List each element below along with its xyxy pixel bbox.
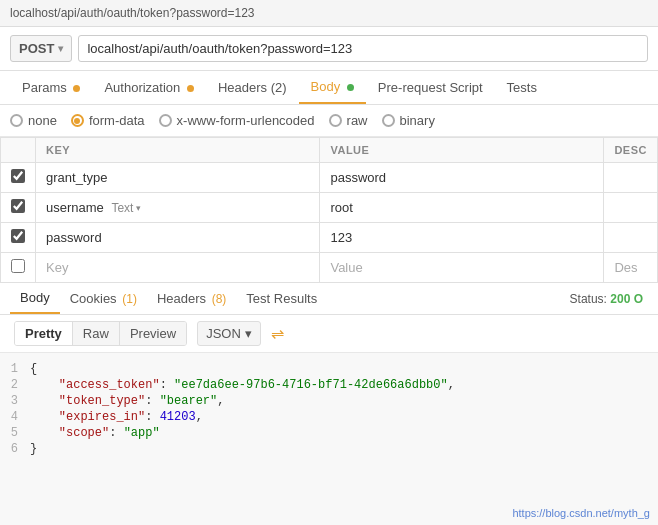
tab-prerequest[interactable]: Pre-request Script [366, 72, 495, 103]
tab-response-headers[interactable]: Headers (8) [147, 284, 236, 313]
radio-none-circle [10, 114, 23, 127]
wrap-icon[interactable]: ⇌ [271, 324, 284, 343]
tab-headers[interactable]: Headers (2) [206, 72, 299, 103]
row2-value[interactable]: root [320, 193, 604, 223]
tab-test-results[interactable]: Test Results [236, 284, 327, 313]
top-url-bar: localhost/api/auth/oauth/token?password=… [0, 0, 658, 27]
radio-binary[interactable]: binary [382, 113, 435, 128]
radio-urlencoded-circle [159, 114, 172, 127]
tab-cookies[interactable]: Cookies (1) [60, 284, 147, 313]
table-row: username Text ▾ root [1, 193, 658, 223]
row1-desc[interactable] [604, 163, 658, 193]
row3-checkbox[interactable] [11, 229, 25, 243]
empty-desc[interactable]: Des [604, 253, 658, 283]
empty-checkbox[interactable] [11, 259, 25, 273]
status-bar: Status: 200 O [570, 292, 648, 306]
pretty-button[interactable]: Pretty [15, 322, 73, 345]
bottom-tabs-left: Body Cookies (1) Headers (8) Test Result… [10, 283, 327, 314]
raw-button[interactable]: Raw [73, 322, 120, 345]
code-content-4: "expires_in": 41203, [30, 410, 203, 424]
radio-none[interactable]: none [10, 113, 57, 128]
th-key: KEY [36, 138, 320, 163]
bottom-tabs: Body Cookies (1) Headers (8) Test Result… [0, 283, 658, 315]
view-toggle-group: Pretty Raw Preview [14, 321, 187, 346]
method-arrow-icon: ▾ [58, 43, 63, 54]
code-line-1: 1 { [0, 361, 658, 377]
code-area: 1 { 2 "access_token": "ee7da6ee-97b6-471… [0, 353, 658, 525]
params-dot [73, 85, 80, 92]
preview-button[interactable]: Preview [120, 322, 186, 345]
row1-key[interactable]: grant_type [36, 163, 320, 193]
cookies-badge: (1) [122, 292, 137, 306]
th-checkbox [1, 138, 36, 163]
tab-body[interactable]: Body [299, 71, 366, 104]
radio-raw[interactable]: raw [329, 113, 368, 128]
code-line-5: 5 "scope": "app" [0, 425, 658, 441]
tab-tests[interactable]: Tests [495, 72, 549, 103]
table-row: grant_type password [1, 163, 658, 193]
row1-checkbox[interactable] [11, 169, 25, 183]
main-container: localhost/api/auth/oauth/token?password=… [0, 0, 658, 525]
auth-dot [187, 85, 194, 92]
empty-key[interactable]: Key [36, 253, 320, 283]
radio-raw-circle [329, 114, 342, 127]
code-line-4: 4 "expires_in": 41203, [0, 409, 658, 425]
request-bar: POST ▾ [0, 27, 658, 71]
code-content-5: "scope": "app" [30, 426, 160, 440]
nav-tabs-top: Params Authorization Headers (2) Body Pr… [0, 71, 658, 105]
method-dropdown[interactable]: POST ▾ [10, 35, 72, 62]
status-code: 200 O [610, 292, 643, 306]
text-badge-chevron-icon: ▾ [136, 203, 141, 213]
tab-params[interactable]: Params [10, 72, 92, 103]
code-content-3: "token_type": "bearer", [30, 394, 224, 408]
format-dropdown[interactable]: JSON ▾ [197, 321, 261, 346]
code-content-6: } [30, 442, 37, 456]
code-line-6: 6 } [0, 441, 658, 457]
response-toolbar: Pretty Raw Preview JSON ▾ ⇌ [0, 315, 658, 353]
th-desc: DESC [604, 138, 658, 163]
code-content-2: "access_token": "ee7da6ee-97b6-4716-bf71… [30, 378, 455, 392]
radio-urlencoded[interactable]: x-www-form-urlencoded [159, 113, 315, 128]
top-url-text: localhost/api/auth/oauth/token?password=… [10, 6, 255, 20]
empty-value[interactable]: Value [320, 253, 604, 283]
code-line-3: 3 "token_type": "bearer", [0, 393, 658, 409]
row3-checkbox-cell[interactable] [1, 223, 36, 253]
table-row-empty: Key Value Des [1, 253, 658, 283]
method-label: POST [19, 41, 54, 56]
row1-value[interactable]: password [320, 163, 604, 193]
row2-checkbox[interactable] [11, 199, 25, 213]
code-line-2: 2 "access_token": "ee7da6ee-97b6-4716-bf… [0, 377, 658, 393]
watermark: https://blog.csdn.net/myth_g [512, 507, 650, 519]
radio-formdata[interactable]: form-data [71, 113, 145, 128]
body-dot [347, 84, 354, 91]
empty-checkbox-cell[interactable] [1, 253, 36, 283]
tab-response-body[interactable]: Body [10, 283, 60, 314]
radio-formdata-circle [71, 114, 84, 127]
code-content-1: { [30, 362, 37, 376]
th-value: VALUE [320, 138, 604, 163]
table-row: password 123 [1, 223, 658, 253]
row2-desc[interactable] [604, 193, 658, 223]
row1-checkbox-cell[interactable] [1, 163, 36, 193]
body-type-row: none form-data x-www-form-urlencoded raw… [0, 105, 658, 137]
tab-authorization[interactable]: Authorization [92, 72, 206, 103]
params-table: KEY VALUE DESC grant_type password [0, 137, 658, 283]
row3-value[interactable]: 123 [320, 223, 604, 253]
radio-binary-circle [382, 114, 395, 127]
row2-checkbox-cell[interactable] [1, 193, 36, 223]
row3-key[interactable]: password [36, 223, 320, 253]
text-badge[interactable]: Text ▾ [111, 201, 141, 215]
headers-badge: (8) [212, 292, 227, 306]
row3-desc[interactable] [604, 223, 658, 253]
url-input[interactable] [78, 35, 648, 62]
row2-key[interactable]: username Text ▾ [36, 193, 320, 223]
